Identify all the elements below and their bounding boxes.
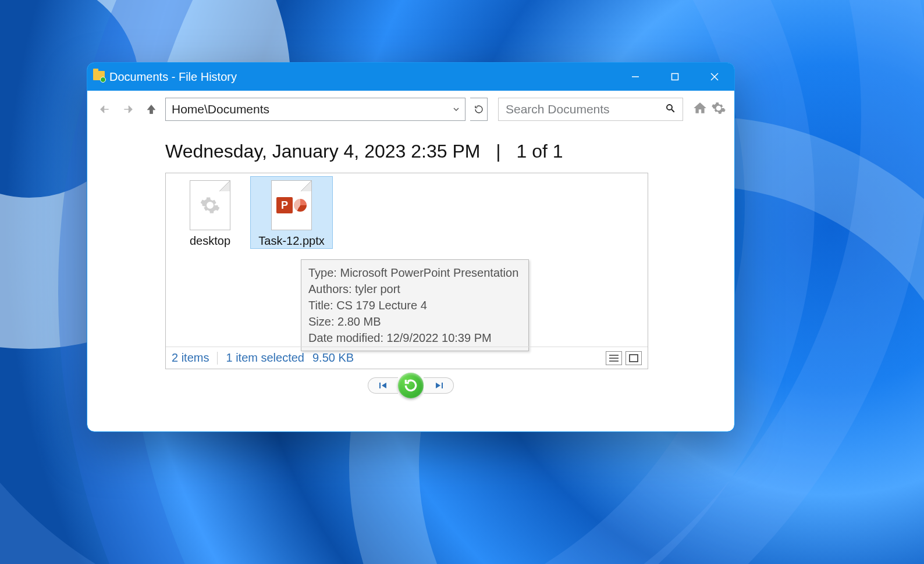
search-placeholder: Search Documents — [506, 102, 610, 116]
tooltip-size: Size: 2.80 MB — [308, 313, 521, 330]
pptx-file-icon: P — [271, 180, 312, 230]
ini-file-icon — [190, 180, 230, 230]
close-button[interactable] — [695, 63, 734, 91]
previous-version-button[interactable] — [368, 377, 398, 394]
address-bar[interactable]: Home\Documents — [165, 98, 465, 121]
version-heading: Wednesday, January 4, 2023 2:35 PM | 1 o… — [87, 128, 734, 162]
svg-line-7 — [671, 109, 674, 112]
svg-marker-14 — [436, 383, 440, 388]
file-pane: desktop P Task-12.pptx Type: Microsoft P… — [165, 173, 648, 369]
tooltip-title: Title: CS 179 Lecture 4 — [308, 297, 521, 313]
svg-point-6 — [667, 105, 672, 110]
forward-button[interactable] — [119, 100, 137, 119]
address-dropdown-icon[interactable] — [446, 98, 465, 120]
toolbar: Home\Documents Search Documents — [87, 91, 734, 128]
gear-icon[interactable] — [711, 101, 726, 118]
svg-rect-11 — [630, 355, 638, 362]
details-view-button[interactable] — [606, 351, 622, 365]
app-icon — [93, 70, 105, 84]
maximize-button[interactable] — [655, 63, 695, 91]
svg-marker-13 — [382, 383, 386, 388]
tooltip-type: Type: Microsoft PowerPoint Presentation — [308, 265, 521, 281]
refresh-button[interactable] — [470, 98, 488, 121]
search-input[interactable]: Search Documents — [498, 98, 683, 121]
file-item-desktop[interactable]: desktop — [169, 177, 251, 248]
restore-button[interactable] — [398, 373, 424, 398]
status-size: 9.50 KB — [312, 351, 354, 365]
window-title: Documents - File History — [109, 70, 237, 84]
status-selected: 1 item selected — [226, 351, 304, 365]
svg-rect-12 — [379, 383, 381, 388]
minimize-button[interactable] — [616, 63, 655, 91]
version-timestamp: Wednesday, January 4, 2023 2:35 PM — [165, 141, 480, 162]
tooltip-authors: Authors: tyler port — [308, 281, 521, 297]
navigation-controls — [87, 369, 734, 402]
status-bar: 2 items 1 item selected 9.50 KB — [166, 347, 648, 369]
titlebar[interactable]: Documents - File History — [87, 63, 734, 91]
home-icon[interactable] — [692, 101, 708, 118]
tooltip-modified: Date modified: 12/9/2022 10:39 PM — [308, 330, 521, 346]
file-item-task12[interactable]: P Task-12.pptx — [251, 177, 332, 248]
version-position: 1 of 1 — [516, 141, 563, 162]
up-button[interactable] — [142, 100, 161, 119]
next-version-button[interactable] — [424, 377, 454, 394]
file-label: Task-12.pptx — [256, 234, 326, 248]
status-count: 2 items — [172, 351, 209, 365]
file-tooltip: Type: Microsoft PowerPoint Presentation … — [301, 259, 529, 351]
icons-view-button[interactable] — [626, 351, 642, 365]
file-label: desktop — [187, 234, 233, 248]
back-button[interactable] — [95, 100, 114, 119]
file-history-window: Documents - File History Home\Documents … — [87, 63, 734, 431]
svg-rect-1 — [672, 74, 678, 80]
address-path: Home\Documents — [172, 102, 269, 116]
svg-rect-15 — [442, 383, 443, 388]
search-icon — [665, 102, 676, 116]
